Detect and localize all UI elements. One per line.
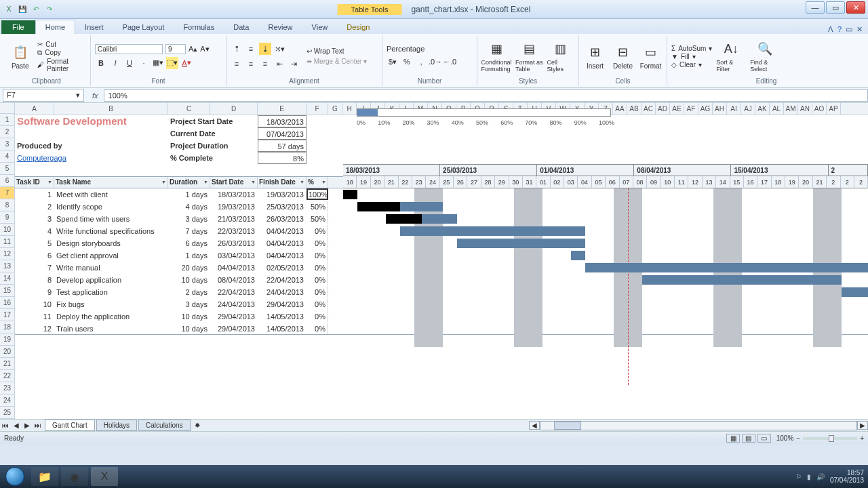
taskbar-excel-icon[interactable]: X [91, 467, 118, 486]
fx-icon[interactable]: fx [87, 92, 104, 100]
minimize-button[interactable]: — [806, 1, 825, 14]
grow-font-icon[interactable]: A▴ [189, 45, 197, 54]
insert-cells-button[interactable]: ⊞Insert [583, 43, 607, 70]
font-group-label: Font [95, 76, 222, 85]
decrease-decimal-icon[interactable]: ←.0 [443, 56, 456, 68]
tab-nav-next-icon[interactable]: ▶ [22, 422, 33, 429]
titlebar: X 💾 ↶ ↷ Table Tools gantt_chart.xlsx - M… [0, 0, 868, 19]
font-name-select[interactable]: Calibri [95, 44, 163, 54]
align-top-icon[interactable]: ⭱ [231, 43, 243, 55]
sort-filter-button[interactable]: A↓Sort & Filter [716, 40, 746, 73]
tray-clock[interactable]: 18:5707/04/2013 [830, 469, 864, 484]
tab-nav-first-icon[interactable]: ⏮ [0, 422, 11, 429]
font-size-select[interactable]: 9 [165, 44, 186, 54]
italic-button[interactable]: I [109, 57, 121, 69]
clipboard-group-label: Clipboard [7, 76, 86, 85]
font-color-button[interactable]: A▾ [180, 57, 193, 69]
view-layout-icon[interactable]: ▤ [742, 434, 755, 443]
format-cells-button[interactable]: ▭Format [639, 43, 663, 70]
maximize-button[interactable]: ▭ [826, 1, 845, 14]
wrap-text-button[interactable]: ↩ Wrap Text [307, 47, 367, 55]
close-button[interactable]: ✕ [846, 1, 865, 14]
find-select-button[interactable]: 🔍Find & Select [750, 40, 780, 73]
format-as-table-button[interactable]: ▤Format as Table [515, 40, 543, 73]
styles-group-label: Styles [481, 76, 574, 85]
start-button[interactable] [0, 465, 30, 488]
merge-center-button[interactable]: ⬌ Merge & Center ▾ [307, 58, 367, 65]
clear-button[interactable]: ◇ Clear ▾ [671, 61, 712, 68]
taskbar-explorer-icon[interactable]: 📁 [31, 467, 58, 486]
percent-format-icon[interactable]: % [401, 56, 413, 68]
view-normal-icon[interactable]: ▦ [726, 434, 740, 443]
align-left-icon[interactable]: ≡ [231, 58, 243, 70]
number-format-select[interactable]: Percentage [387, 45, 468, 53]
help-icon[interactable]: ? [837, 25, 842, 34]
tab-nav-last-icon[interactable]: ⏭ [33, 422, 43, 429]
zoom-out-icon[interactable]: − [796, 434, 800, 442]
conditional-formatting-button[interactable]: ▦Conditional Formatting [481, 40, 511, 73]
name-box[interactable]: F7▾ [3, 89, 84, 102]
tab-file[interactable]: File [1, 20, 35, 34]
align-bottom-icon[interactable]: ⭳ [259, 43, 271, 55]
tab-review[interactable]: Review [258, 20, 302, 34]
delete-cells-button[interactable]: ⊟Delete [611, 43, 635, 70]
fill-button[interactable]: ▼ Fill ▾ [671, 53, 712, 60]
row-headers[interactable]: 1234567891011121314151617181920212223242… [0, 114, 15, 419]
format-painter-button[interactable]: 🖌 Format Painter [37, 58, 86, 73]
redo-icon[interactable]: ↷ [43, 3, 56, 16]
zoom-slider[interactable] [803, 437, 857, 440]
number-group-label: Number [387, 76, 473, 85]
view-pagebreak-icon[interactable]: ▭ [757, 434, 771, 443]
tray-network-icon[interactable]: ▮ [807, 473, 811, 481]
excel-icon[interactable]: X [3, 3, 15, 16]
window-close2-icon[interactable]: ✕ [856, 25, 863, 34]
ribbon-tabs: File Home Insert Page Layout Formulas Da… [0, 19, 868, 34]
indent-dec-icon[interactable]: ⇤ [273, 58, 285, 70]
bold-button[interactable]: B [95, 57, 107, 69]
paste-button[interactable]: 📋Paste [7, 43, 33, 70]
increase-decimal-icon[interactable]: .0→ [429, 56, 441, 68]
orientation-icon[interactable]: ⤭▾ [273, 43, 285, 55]
gantt-week-header: 18/03/201325/03/201301/04/201308/04/2013… [343, 164, 868, 176]
align-center-icon[interactable]: ≡ [245, 58, 257, 70]
shrink-font-icon[interactable]: A▾ [200, 45, 209, 54]
tab-pagelayout[interactable]: Page Layout [113, 20, 174, 34]
autosum-button[interactable]: Σ AutoSum ▾ [671, 45, 712, 52]
window-restore-icon[interactable]: ▭ [846, 25, 852, 34]
tab-nav-prev-icon[interactable]: ◀ [11, 422, 22, 429]
select-all-corner[interactable] [0, 103, 15, 114]
cut-button[interactable]: ✂ Cut [37, 41, 86, 48]
undo-icon[interactable]: ↶ [30, 3, 42, 16]
tray-sound-icon[interactable]: 🔊 [816, 473, 825, 481]
tab-formulas[interactable]: Formulas [174, 20, 224, 34]
worksheet-grid[interactable]: 1234567891011121314151617181920212223242… [0, 103, 868, 419]
tab-insert[interactable]: Insert [75, 20, 113, 34]
comma-format-icon[interactable]: , [415, 56, 427, 68]
taskbar-chrome-icon[interactable]: ◉ [61, 467, 88, 486]
sheet-tab-gantt[interactable]: Gantt Chart [45, 420, 95, 431]
zoom-level[interactable]: 100% [776, 434, 794, 442]
horizontal-scrollbar[interactable]: ◀▶ [529, 421, 868, 430]
sheet-tab-holidays[interactable]: Holidays [96, 420, 137, 431]
progress-bar [357, 108, 611, 117]
tab-design[interactable]: Design [337, 20, 379, 34]
sheet-tab-calculations[interactable]: Calculations [138, 420, 190, 431]
indent-inc-icon[interactable]: ⇥ [288, 58, 300, 70]
align-right-icon[interactable]: ≡ [259, 58, 271, 70]
tab-view[interactable]: View [302, 20, 338, 34]
copy-button[interactable]: ⧉ Copy [37, 49, 86, 57]
formula-input[interactable]: 100% [104, 89, 868, 102]
new-sheet-icon[interactable]: ✸ [195, 422, 200, 429]
tab-data[interactable]: Data [224, 20, 258, 34]
align-middle-icon[interactable]: ≡ [245, 43, 257, 55]
minimize-ribbon-icon[interactable]: ᐱ [828, 25, 833, 34]
underline-button[interactable]: U [123, 57, 136, 69]
tray-flag-icon[interactable]: ⚐ [795, 473, 802, 481]
cell-styles-button[interactable]: ▥Cell Styles [547, 40, 575, 73]
fill-color-button[interactable]: ⬚▾ [166, 57, 178, 69]
accounting-format-icon[interactable]: $▾ [387, 56, 399, 68]
border-button[interactable]: ▦▾ [152, 57, 164, 69]
save-icon[interactable]: 💾 [16, 3, 28, 16]
tab-home[interactable]: Home [35, 20, 75, 34]
zoom-in-icon[interactable]: + [860, 434, 864, 442]
